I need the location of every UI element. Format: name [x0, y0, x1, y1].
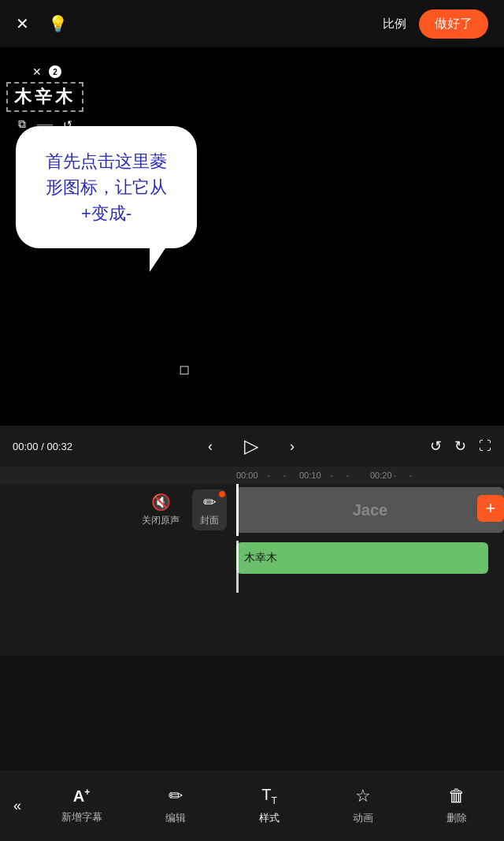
- toolbar-item-edit[interactable]: ✏ 编辑: [152, 786, 199, 825]
- top-bar: ✕ 💡 比例 做好了: [0, 0, 504, 47]
- prev-frame-button[interactable]: ‹: [198, 434, 223, 459]
- subtitle-playhead: [236, 541, 239, 593]
- toolbar-item-style[interactable]: TT 样式: [246, 786, 293, 825]
- ruler-dot-6: •: [410, 472, 412, 479]
- bulb-icon[interactable]: 💡: [48, 14, 68, 33]
- playback-controls: ‹ ▷ ›: [198, 434, 305, 459]
- toolbar-items: A+ 新增字幕 ✏ 编辑 TT 样式 ☆ 动画 🗑 删除: [35, 786, 504, 825]
- cover-edit-icon: ✏: [203, 493, 217, 512]
- timeline-area: 00:00 00:10 00:20 • • • • • • 🔇 关闭原声 ✏ 封…: [0, 467, 504, 656]
- cover-active-dot: [219, 491, 225, 497]
- ruler-dot-1: •: [268, 472, 270, 479]
- toolbar-item-delete[interactable]: 🗑 删除: [433, 786, 480, 825]
- edit-label: 编辑: [165, 811, 186, 825]
- ruler-dot-2: •: [284, 472, 286, 479]
- undo-button[interactable]: ↺: [430, 437, 442, 455]
- video-area: ✕ 2 木辛木 ⧉ — ↺ 首先点击这里菱形图标，让它从+变成- ◇: [0, 47, 504, 426]
- subtitle-track-content: 木幸木: [236, 541, 504, 593]
- close-icon[interactable]: ✕: [16, 14, 29, 33]
- fullscreen-button[interactable]: ⛶: [479, 439, 491, 453]
- total-time: 00:32: [46, 441, 72, 452]
- cover-label: 封面: [200, 514, 219, 527]
- video-block-text: Jace: [353, 501, 388, 519]
- text-overlay-box: ✕ 2 木辛木 ⧉ — ↺: [6, 63, 83, 133]
- ruler-dot-5: •: [394, 472, 396, 479]
- overlay-top-controls: ✕ 2: [28, 63, 61, 80]
- ruler-mark-0: 00:00: [236, 471, 258, 480]
- animation-label: 动画: [353, 811, 373, 825]
- speech-bubble: 首先点击这里菱形图标，让它从+变成-: [16, 126, 197, 248]
- redo-button[interactable]: ↻: [454, 437, 466, 455]
- toolbar-item-animation[interactable]: ☆ 动画: [339, 786, 387, 825]
- timeline-ruler: 00:00 00:10 00:20 • • • • • •: [0, 467, 504, 484]
- speaker-icon: 🔇: [151, 493, 171, 512]
- close-sound-button[interactable]: 🔇 关闭原声: [142, 493, 180, 527]
- bottom-toolbar: « A+ 新增字幕 ✏ 编辑 TT 样式 ☆ 动画 🗑 删除: [0, 770, 504, 841]
- ruler-dot-3: •: [331, 472, 333, 479]
- subtitle-track-text: 木幸木: [244, 551, 277, 565]
- cover-button[interactable]: ✏ 封面: [192, 489, 227, 530]
- overlay-close-icon[interactable]: ✕: [28, 63, 46, 80]
- video-track-row: 🔇 关闭原声 ✏ 封面 Jace +: [0, 484, 504, 536]
- overlay-number-badge: 2: [49, 65, 61, 78]
- diamond-hint-icon[interactable]: ◇: [175, 358, 197, 380]
- top-bar-right: 比例 做好了: [383, 9, 488, 39]
- subtitle-track-block[interactable]: 木幸木: [236, 542, 488, 574]
- video-text-display[interactable]: 木辛木: [6, 82, 83, 112]
- ruler-dot-4: •: [346, 472, 349, 479]
- playback-bar: 00:00 / 00:32 ‹ ▷ › ↺ ↻ ⛶: [0, 426, 504, 467]
- edit-icon: ✏: [169, 786, 183, 806]
- time-display: 00:00 / 00:32: [13, 441, 72, 452]
- style-label: 样式: [259, 811, 280, 825]
- delete-icon: 🗑: [448, 786, 465, 806]
- next-frame-button[interactable]: ›: [280, 434, 305, 459]
- toolbar-item-add-subtitle[interactable]: A+ 新增字幕: [58, 787, 106, 824]
- right-controls: ↺ ↻ ⛶: [430, 437, 491, 455]
- top-bar-left: ✕ 💡: [16, 14, 68, 33]
- add-subtitle-icon: A+: [73, 787, 90, 806]
- playhead-line: [236, 484, 239, 536]
- ruler-mark-1: 00:10: [299, 471, 321, 480]
- subtitle-track-row: 木幸木: [0, 541, 504, 593]
- close-sound-label: 关闭原声: [142, 514, 180, 527]
- style-icon: TT: [261, 786, 277, 806]
- video-track-content: Jace +: [236, 484, 504, 536]
- collapse-icon: «: [13, 798, 21, 814]
- toolbar-collapse-button[interactable]: «: [0, 798, 35, 814]
- ruler-mark-2: 00:20: [370, 471, 392, 480]
- add-clip-button[interactable]: +: [477, 495, 504, 522]
- speech-bubble-text: 首先点击这里菱形图标，让它从+变成-: [39, 148, 173, 226]
- video-track-block[interactable]: Jace: [236, 487, 504, 533]
- add-subtitle-label: 新增字幕: [61, 810, 102, 824]
- animation-icon: ☆: [355, 786, 371, 806]
- done-button[interactable]: 做好了: [419, 9, 488, 39]
- ratio-button[interactable]: 比例: [383, 17, 406, 32]
- delete-label: 删除: [447, 811, 467, 825]
- current-time: 00:00: [13, 441, 39, 452]
- video-track-label-area: 🔇 关闭原声 ✏ 封面: [0, 489, 236, 530]
- play-button[interactable]: ▷: [239, 434, 264, 459]
